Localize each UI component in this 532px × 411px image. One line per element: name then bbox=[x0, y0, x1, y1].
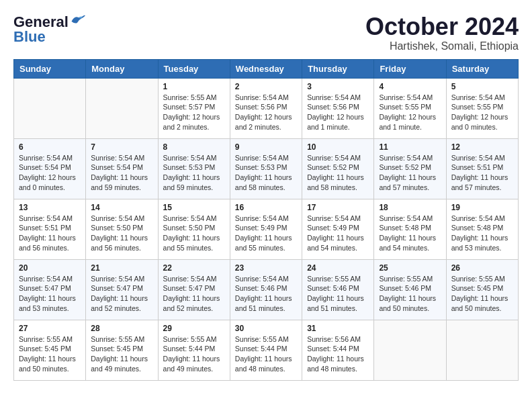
calendar-cell: 5Sunrise: 5:54 AM Sunset: 5:55 PM Daylig… bbox=[446, 78, 518, 138]
day-number: 29 bbox=[163, 324, 225, 333]
day-info: Sunrise: 5:55 AM Sunset: 5:44 PM Dayligh… bbox=[235, 334, 297, 374]
calendar-cell: 12Sunrise: 5:54 AM Sunset: 5:51 PM Dayli… bbox=[446, 138, 518, 199]
calendar-cell bbox=[14, 78, 86, 138]
day-info: Sunrise: 5:54 AM Sunset: 5:53 PM Dayligh… bbox=[163, 153, 225, 193]
calendar-cell: 16Sunrise: 5:54 AM Sunset: 5:49 PM Dayli… bbox=[230, 199, 302, 259]
day-info: Sunrise: 5:55 AM Sunset: 5:45 PM Dayligh… bbox=[91, 334, 152, 374]
day-info: Sunrise: 5:54 AM Sunset: 5:47 PM Dayligh… bbox=[19, 274, 81, 314]
day-info: Sunrise: 5:55 AM Sunset: 5:46 PM Dayligh… bbox=[379, 274, 441, 314]
day-number: 28 bbox=[91, 324, 152, 333]
calendar-cell bbox=[446, 320, 518, 380]
title-section: October 2024 Hartishek, Somali, Ethiopia bbox=[365, 13, 519, 52]
day-info: Sunrise: 5:54 AM Sunset: 5:48 PM Dayligh… bbox=[379, 214, 441, 253]
week-row-3: 13Sunrise: 5:54 AM Sunset: 5:51 PM Dayli… bbox=[14, 199, 519, 259]
day-number: 17 bbox=[307, 203, 369, 212]
calendar-cell: 18Sunrise: 5:54 AM Sunset: 5:48 PM Dayli… bbox=[374, 199, 446, 259]
location: Hartishek, Somali, Ethiopia bbox=[365, 40, 519, 52]
calendar-cell: 8Sunrise: 5:54 AM Sunset: 5:53 PM Daylig… bbox=[158, 138, 230, 199]
day-info: Sunrise: 5:54 AM Sunset: 5:50 PM Dayligh… bbox=[91, 214, 152, 253]
day-info: Sunrise: 5:54 AM Sunset: 5:49 PM Dayligh… bbox=[235, 214, 297, 253]
day-info: Sunrise: 5:54 AM Sunset: 5:52 PM Dayligh… bbox=[307, 153, 369, 193]
calendar-cell: 1Sunrise: 5:55 AM Sunset: 5:57 PM Daylig… bbox=[158, 78, 230, 138]
calendar-cell: 6Sunrise: 5:54 AM Sunset: 5:54 PM Daylig… bbox=[14, 138, 86, 199]
calendar-cell: 30Sunrise: 5:55 AM Sunset: 5:44 PM Dayli… bbox=[230, 320, 302, 380]
calendar-cell bbox=[374, 320, 446, 380]
day-info: Sunrise: 5:54 AM Sunset: 5:51 PM Dayligh… bbox=[19, 214, 81, 253]
day-number: 18 bbox=[379, 203, 441, 212]
weekday-header-sunday: Sunday bbox=[14, 59, 86, 78]
weekday-header-thursday: Thursday bbox=[302, 59, 374, 78]
calendar-cell: 9Sunrise: 5:54 AM Sunset: 5:53 PM Daylig… bbox=[230, 138, 302, 199]
day-info: Sunrise: 5:54 AM Sunset: 5:54 PM Dayligh… bbox=[91, 153, 152, 193]
day-number: 22 bbox=[163, 263, 225, 273]
day-number: 13 bbox=[19, 203, 81, 212]
calendar-cell: 25Sunrise: 5:55 AM Sunset: 5:46 PM Dayli… bbox=[374, 259, 446, 320]
day-info: Sunrise: 5:54 AM Sunset: 5:56 PM Dayligh… bbox=[235, 93, 297, 132]
calendar-cell: 13Sunrise: 5:54 AM Sunset: 5:51 PM Dayli… bbox=[14, 199, 86, 259]
day-number: 4 bbox=[379, 82, 441, 91]
day-info: Sunrise: 5:54 AM Sunset: 5:47 PM Dayligh… bbox=[163, 274, 225, 314]
calendar-cell: 31Sunrise: 5:56 AM Sunset: 5:44 PM Dayli… bbox=[302, 320, 374, 380]
calendar-cell: 2Sunrise: 5:54 AM Sunset: 5:56 PM Daylig… bbox=[230, 78, 302, 138]
week-row-4: 20Sunrise: 5:54 AM Sunset: 5:47 PM Dayli… bbox=[14, 259, 519, 320]
calendar-cell: 29Sunrise: 5:55 AM Sunset: 5:44 PM Dayli… bbox=[158, 320, 230, 380]
calendar-table: SundayMondayTuesdayWednesdayThursdayFrid… bbox=[13, 59, 519, 381]
calendar-cell: 24Sunrise: 5:55 AM Sunset: 5:46 PM Dayli… bbox=[302, 259, 374, 320]
weekday-header-friday: Friday bbox=[374, 59, 446, 78]
day-number: 15 bbox=[163, 203, 225, 212]
calendar-cell: 7Sunrise: 5:54 AM Sunset: 5:54 PM Daylig… bbox=[86, 138, 158, 199]
day-info: Sunrise: 5:55 AM Sunset: 5:46 PM Dayligh… bbox=[307, 274, 369, 314]
day-number: 21 bbox=[91, 263, 152, 273]
day-number: 10 bbox=[307, 142, 369, 152]
day-number: 20 bbox=[19, 263, 81, 273]
week-row-5: 27Sunrise: 5:55 AM Sunset: 5:45 PM Dayli… bbox=[14, 320, 519, 380]
day-number: 26 bbox=[451, 263, 513, 273]
day-info: Sunrise: 5:54 AM Sunset: 5:47 PM Dayligh… bbox=[91, 274, 152, 314]
page-header: General Blue October 2024 Hartishek, Som… bbox=[13, 13, 519, 52]
day-info: Sunrise: 5:54 AM Sunset: 5:54 PM Dayligh… bbox=[19, 153, 81, 193]
day-info: Sunrise: 5:54 AM Sunset: 5:48 PM Dayligh… bbox=[451, 214, 513, 253]
day-info: Sunrise: 5:55 AM Sunset: 5:57 PM Dayligh… bbox=[163, 93, 225, 132]
calendar-cell: 15Sunrise: 5:54 AM Sunset: 5:50 PM Dayli… bbox=[158, 199, 230, 259]
day-number: 24 bbox=[307, 263, 369, 273]
day-info: Sunrise: 5:55 AM Sunset: 5:45 PM Dayligh… bbox=[451, 274, 513, 314]
day-number: 6 bbox=[19, 142, 81, 152]
weekday-header-monday: Monday bbox=[86, 59, 158, 78]
logo-blue-text: Blue bbox=[13, 28, 46, 46]
calendar-cell: 26Sunrise: 5:55 AM Sunset: 5:45 PM Dayli… bbox=[446, 259, 518, 320]
day-number: 2 bbox=[235, 82, 297, 91]
calendar-cell: 19Sunrise: 5:54 AM Sunset: 5:48 PM Dayli… bbox=[446, 199, 518, 259]
day-info: Sunrise: 5:54 AM Sunset: 5:52 PM Dayligh… bbox=[379, 153, 441, 193]
week-row-2: 6Sunrise: 5:54 AM Sunset: 5:54 PM Daylig… bbox=[14, 138, 519, 199]
day-info: Sunrise: 5:54 AM Sunset: 5:49 PM Dayligh… bbox=[307, 214, 369, 253]
calendar-cell: 21Sunrise: 5:54 AM Sunset: 5:47 PM Dayli… bbox=[86, 259, 158, 320]
day-info: Sunrise: 5:54 AM Sunset: 5:55 PM Dayligh… bbox=[451, 93, 513, 132]
day-info: Sunrise: 5:54 AM Sunset: 5:53 PM Dayligh… bbox=[235, 153, 297, 193]
day-info: Sunrise: 5:54 AM Sunset: 5:46 PM Dayligh… bbox=[235, 274, 297, 314]
day-number: 11 bbox=[379, 142, 441, 152]
day-number: 5 bbox=[451, 82, 513, 91]
day-info: Sunrise: 5:54 AM Sunset: 5:55 PM Dayligh… bbox=[379, 93, 441, 132]
calendar-cell: 27Sunrise: 5:55 AM Sunset: 5:45 PM Dayli… bbox=[14, 320, 86, 380]
day-info: Sunrise: 5:54 AM Sunset: 5:51 PM Dayligh… bbox=[451, 153, 513, 193]
logo: General Blue bbox=[13, 13, 85, 46]
calendar-cell: 11Sunrise: 5:54 AM Sunset: 5:52 PM Dayli… bbox=[374, 138, 446, 199]
day-number: 25 bbox=[379, 263, 441, 273]
calendar-cell: 3Sunrise: 5:54 AM Sunset: 5:56 PM Daylig… bbox=[302, 78, 374, 138]
calendar-cell: 4Sunrise: 5:54 AM Sunset: 5:55 PM Daylig… bbox=[374, 78, 446, 138]
day-info: Sunrise: 5:54 AM Sunset: 5:50 PM Dayligh… bbox=[163, 214, 225, 253]
day-number: 7 bbox=[91, 142, 152, 152]
day-info: Sunrise: 5:54 AM Sunset: 5:56 PM Dayligh… bbox=[307, 93, 369, 132]
calendar-cell bbox=[86, 78, 158, 138]
day-number: 12 bbox=[451, 142, 513, 152]
day-number: 19 bbox=[451, 203, 513, 212]
day-number: 14 bbox=[91, 203, 152, 212]
day-number: 23 bbox=[235, 263, 297, 273]
calendar-cell: 20Sunrise: 5:54 AM Sunset: 5:47 PM Dayli… bbox=[14, 259, 86, 320]
weekday-header-wednesday: Wednesday bbox=[230, 59, 302, 78]
weekday-header-saturday: Saturday bbox=[446, 59, 518, 78]
day-number: 27 bbox=[19, 324, 81, 333]
logo-bird-icon bbox=[71, 13, 85, 26]
month-title: October 2024 bbox=[365, 13, 519, 40]
day-number: 31 bbox=[307, 324, 369, 333]
